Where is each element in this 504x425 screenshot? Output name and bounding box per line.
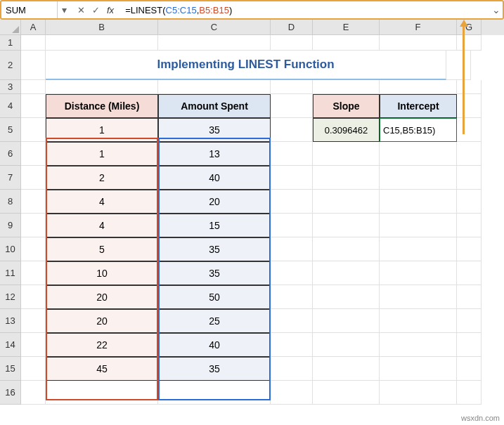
cell-D13[interactable] xyxy=(271,309,313,333)
cell-B10[interactable]: 5 xyxy=(46,237,158,261)
cell-B12[interactable]: 20 xyxy=(46,285,158,309)
col-header-B[interactable]: B xyxy=(46,20,158,35)
name-box[interactable] xyxy=(1,1,58,18)
title-cell[interactable]: Implementing LINEST Function xyxy=(46,51,446,80)
row-header-2[interactable]: 2 xyxy=(0,51,21,80)
cell-E1[interactable] xyxy=(313,35,380,51)
cell-G6[interactable] xyxy=(457,142,482,166)
cell-C1[interactable] xyxy=(158,35,271,51)
cell-D6[interactable] xyxy=(271,142,313,166)
cell-C9[interactable]: 15 xyxy=(158,214,271,237)
cell-G14[interactable] xyxy=(457,333,482,357)
header-intercept[interactable]: Intercept xyxy=(380,94,457,118)
col-header-F[interactable]: F xyxy=(380,20,457,35)
cell-D12[interactable] xyxy=(271,285,313,309)
cell-A5[interactable] xyxy=(21,118,46,142)
row-header-15[interactable]: 15 xyxy=(0,357,21,381)
cell-F1[interactable] xyxy=(380,35,457,51)
accept-icon[interactable]: ✓ xyxy=(92,5,100,15)
cell-D3[interactable] xyxy=(271,80,313,94)
cell-C16[interactable] xyxy=(158,381,271,405)
cell-E3[interactable] xyxy=(313,80,380,94)
cell-E14[interactable] xyxy=(313,333,380,357)
fx-icon[interactable]: fx xyxy=(107,5,114,15)
cell-A13[interactable] xyxy=(21,309,46,333)
cell-A6[interactable] xyxy=(21,142,46,166)
row-header-10[interactable]: 10 xyxy=(0,237,21,261)
cell-B9[interactable]: 4 xyxy=(46,214,158,237)
cell-G1[interactable] xyxy=(457,35,482,51)
cell-E9[interactable] xyxy=(313,214,380,237)
row-header-8[interactable]: 8 xyxy=(0,190,21,214)
cell-G5[interactable] xyxy=(457,118,482,142)
cell-D14[interactable] xyxy=(271,333,313,357)
row-header-6[interactable]: 6 xyxy=(0,142,21,166)
cell-D8[interactable] xyxy=(271,190,313,214)
cell-C8[interactable]: 20 xyxy=(158,190,271,214)
row-header-4[interactable]: 4 xyxy=(0,94,21,118)
cell-D4[interactable] xyxy=(271,94,313,118)
cell-E12[interactable] xyxy=(313,285,380,309)
cell-A4[interactable] xyxy=(21,94,46,118)
cell-A11[interactable] xyxy=(21,261,46,285)
col-header-G[interactable]: G xyxy=(457,20,482,35)
cell-G12[interactable] xyxy=(457,285,482,309)
cell-A3[interactable] xyxy=(21,80,46,94)
cell-G15[interactable] xyxy=(457,357,482,381)
row-header-11[interactable]: 11 xyxy=(0,261,21,285)
cell-E10[interactable] xyxy=(313,237,380,261)
row-header-12[interactable]: 12 xyxy=(0,285,21,309)
cell-D16[interactable] xyxy=(271,381,313,405)
row-header-9[interactable]: 9 xyxy=(0,214,21,237)
row-header-7[interactable]: 7 xyxy=(0,166,21,190)
row-header-3[interactable]: 3 xyxy=(0,80,21,94)
cell-G10[interactable] xyxy=(457,237,482,261)
cell-F11[interactable] xyxy=(380,261,457,285)
cell-C11[interactable]: 35 xyxy=(158,261,271,285)
cancel-icon[interactable]: ✕ xyxy=(77,5,85,15)
cell-D11[interactable] xyxy=(271,261,313,285)
cell-F12[interactable] xyxy=(380,285,457,309)
cell-A15[interactable] xyxy=(21,357,46,381)
cell-B15[interactable]: 45 xyxy=(46,357,158,381)
col-header-E[interactable]: E xyxy=(313,20,380,35)
cell-B16[interactable] xyxy=(46,381,158,405)
cell-D1[interactable] xyxy=(271,35,313,51)
row-header-16[interactable]: 16 xyxy=(0,381,21,405)
cell-G13[interactable] xyxy=(457,309,482,333)
cell-B8[interactable]: 4 xyxy=(46,190,158,214)
cell-E7[interactable] xyxy=(313,166,380,190)
cell-B14[interactable]: 22 xyxy=(46,333,158,357)
name-box-input[interactable] xyxy=(6,5,53,15)
cell-C12[interactable]: 50 xyxy=(158,285,271,309)
cell-A12[interactable] xyxy=(21,285,46,309)
cell-A7[interactable] xyxy=(21,166,46,190)
header-slope[interactable]: Slope xyxy=(313,94,380,118)
cell-A9[interactable] xyxy=(21,214,46,237)
cell-F7[interactable] xyxy=(380,166,457,190)
cell-C10[interactable]: 35 xyxy=(158,237,271,261)
cell-F16[interactable] xyxy=(380,381,457,405)
cell-C6[interactable]: 13 xyxy=(158,142,271,166)
cell-A16[interactable] xyxy=(21,381,46,405)
cell-F13[interactable] xyxy=(380,309,457,333)
cell-B1[interactable] xyxy=(46,35,158,51)
row-header-5[interactable]: 5 xyxy=(0,118,21,142)
cell-F14[interactable] xyxy=(380,333,457,357)
cell-intercept-editing[interactable]: C15,B5:B15) xyxy=(380,118,457,142)
expand-formula-bar-icon[interactable]: ⌄ xyxy=(490,4,503,15)
cell-B6[interactable]: 1 xyxy=(46,142,158,166)
cell-D5[interactable] xyxy=(271,118,313,142)
formula-input[interactable]: =LINEST(C5:C15,B5:B15) xyxy=(121,4,490,17)
cell-B5[interactable]: 1 xyxy=(46,118,158,142)
cell-G3[interactable] xyxy=(457,80,482,94)
cell-E6[interactable] xyxy=(313,142,380,166)
cell-C14[interactable]: 40 xyxy=(158,333,271,357)
cell-G2[interactable] xyxy=(446,51,471,80)
cell-E8[interactable] xyxy=(313,190,380,214)
cell-E11[interactable] xyxy=(313,261,380,285)
cell-B7[interactable]: 2 xyxy=(46,166,158,190)
row-header-14[interactable]: 14 xyxy=(0,333,21,357)
cell-A1[interactable] xyxy=(21,35,46,51)
col-header-A[interactable]: A xyxy=(21,20,46,35)
